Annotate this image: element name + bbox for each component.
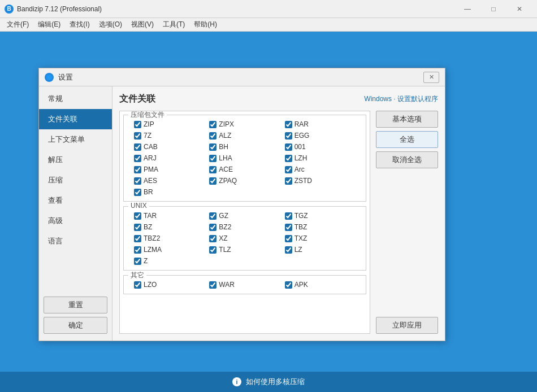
checkbox-arc[interactable] <box>285 166 292 173</box>
checkbox-war[interactable] <box>209 281 216 289</box>
checkbox-lzh[interactable] <box>285 155 292 162</box>
confirm-button[interactable]: 确定 <box>44 317 107 334</box>
checkbox-lzo[interactable] <box>134 281 141 289</box>
checkbox-aes[interactable] <box>134 177 141 185</box>
checkbox-ace[interactable] <box>209 166 216 173</box>
windows-default-link[interactable]: Windows · 设置默认程序 <box>364 94 438 104</box>
checkbox-alz[interactable] <box>209 132 216 140</box>
main-content: 文件关联 Windows · 设置默认程序 压缩包文件 ZIPZIPXRAR7Z… <box>112 86 445 341</box>
checkbox-item-aes: AES <box>132 175 207 186</box>
sidebar-item-常规[interactable]: 常规 <box>39 89 112 109</box>
file-list-scroll[interactable]: 压缩包文件 ZIPZIPXRAR7ZALZEGGCABBH001ARJLHALZ… <box>120 111 370 333</box>
checkbox-label-arc: Arc <box>295 165 305 173</box>
checkbox-label-bz2: BZ2 <box>219 223 231 231</box>
compressed-group-content: ZIPZIPXRAR7ZALZEGGCABBH001ARJLHALZHPMAAC… <box>127 115 362 199</box>
compressed-group-label: 压缩包文件 <box>128 111 167 120</box>
checkbox-tbz[interactable] <box>285 224 292 231</box>
checkbox-zpaq[interactable] <box>209 177 216 185</box>
checkbox-txz[interactable] <box>285 235 292 242</box>
checkbox-xz[interactable] <box>209 235 216 242</box>
checkbox-bh[interactable] <box>209 143 216 151</box>
menu-item-f[interactable]: 文件(F) <box>2 19 33 31</box>
sidebar-item-上下文菜单[interactable]: 上下文菜单 <box>39 129 112 150</box>
menu-item-h[interactable]: 帮助(H) <box>189 19 222 31</box>
sidebar-item-高级[interactable]: 高级 <box>39 211 112 231</box>
checkbox-bz[interactable] <box>134 224 141 231</box>
checkbox-cab[interactable] <box>134 143 141 151</box>
menu-item-v[interactable]: 视图(V) <box>127 19 158 31</box>
close-button[interactable]: ✕ <box>506 0 532 18</box>
sidebar-item-查看[interactable]: 查看 <box>39 190 112 211</box>
minimize-button[interactable]: — <box>454 0 480 18</box>
checkbox-lzma[interactable] <box>134 246 141 254</box>
checkbox-label-tgz: TGZ <box>295 212 308 220</box>
checkbox-zipx[interactable] <box>209 121 216 128</box>
sidebar-item-压缩[interactable]: 压缩 <box>39 170 112 190</box>
checkbox-zstd[interactable] <box>285 177 292 185</box>
checkbox-z[interactable] <box>134 258 141 265</box>
maximize-button[interactable]: □ <box>480 0 506 18</box>
checkbox-lz[interactable] <box>285 246 292 254</box>
checkbox-item-bz: BZ <box>132 221 207 233</box>
deselect-all-button[interactable]: 取消全选 <box>376 151 438 168</box>
apply-now-button[interactable]: 立即应用 <box>376 317 438 334</box>
checkbox-7z[interactable] <box>134 132 141 140</box>
basic-options-button[interactable]: 基本选项 <box>376 111 438 128</box>
checkbox-pma[interactable] <box>134 166 141 173</box>
menu-item-o[interactable]: 选项(O) <box>94 19 127 31</box>
other-group-content: LZOWARAPK <box>127 276 362 291</box>
checkbox-item-pma: PMA <box>132 164 207 175</box>
checkbox-item-lha: LHA <box>207 153 282 164</box>
checkbox-egg[interactable] <box>285 132 292 140</box>
checkbox-item-cab: CAB <box>132 141 207 153</box>
dialog-close-button[interactable]: ✕ <box>423 72 439 83</box>
checkbox-item-lzh: LZH <box>283 153 358 164</box>
checkbox-item-txz: TXZ <box>283 233 358 244</box>
checkbox-label-gz: GZ <box>219 212 228 220</box>
checkbox-arj[interactable] <box>134 155 141 162</box>
checkbox-tbz2[interactable] <box>134 235 141 242</box>
checkbox-zip[interactable] <box>134 121 141 128</box>
checkbox-label-lzo: LZO <box>144 281 157 289</box>
dialog-icon <box>45 73 54 82</box>
checkbox-rar[interactable] <box>285 121 292 128</box>
checkbox-apk[interactable] <box>285 281 292 289</box>
menu-item-t[interactable]: 工具(T) <box>158 19 189 31</box>
checkbox-lha[interactable] <box>209 155 216 162</box>
checkbox-item-lzma: LZMA <box>132 244 207 255</box>
sidebar-item-文件关联[interactable]: 文件关联 <box>39 109 112 129</box>
checkbox-001[interactable] <box>285 143 292 151</box>
sidebar: 常规文件关联上下文菜单解压压缩查看高级语言重置确定 <box>39 86 112 341</box>
menu-item-e[interactable]: 编辑(E) <box>33 19 65 31</box>
checkbox-br[interactable] <box>134 189 141 196</box>
checkbox-label-tbz: TBZ <box>295 223 308 231</box>
checkbox-label-zpaq: ZPAQ <box>219 177 237 185</box>
checkbox-label-bz: BZ <box>144 223 152 231</box>
checkbox-label-lzh: LZH <box>295 154 308 162</box>
other-group: 其它 LZOWARAPK <box>123 275 366 294</box>
checkbox-tar[interactable] <box>134 212 141 220</box>
checkbox-label-zip: ZIP <box>144 120 154 128</box>
checkbox-tlz[interactable] <box>209 246 216 254</box>
checkbox-gz[interactable] <box>209 212 216 220</box>
checkbox-tgz[interactable] <box>285 212 292 220</box>
checkbox-bz2[interactable] <box>209 224 216 231</box>
select-all-button[interactable]: 全选 <box>376 131 438 148</box>
checkbox-item-rar: RAR <box>283 119 358 130</box>
checkbox-label-001: 001 <box>295 143 306 151</box>
checkbox-item-ace: ACE <box>207 164 282 175</box>
checkbox-item-arc: Arc <box>283 164 358 175</box>
reset-button[interactable]: 重置 <box>44 297 107 313</box>
sidebar-buttons: 重置确定 <box>39 292 112 338</box>
dialog-title: 设置 <box>58 72 423 82</box>
checkbox-label-cab: CAB <box>144 143 158 151</box>
checkbox-label-tbz2: TBZ2 <box>144 234 160 242</box>
checkbox-item-br: BR <box>132 186 207 198</box>
checkbox-label-xz: XZ <box>219 234 227 242</box>
checkbox-label-aes: AES <box>144 177 157 185</box>
menu-item-i[interactable]: 查找(I) <box>65 19 94 31</box>
checkbox-label-egg: EGG <box>295 132 310 140</box>
sidebar-item-解压[interactable]: 解压 <box>39 150 112 170</box>
sidebar-item-语言[interactable]: 语言 <box>39 231 112 251</box>
checkbox-item-zip: ZIP <box>132 119 207 130</box>
